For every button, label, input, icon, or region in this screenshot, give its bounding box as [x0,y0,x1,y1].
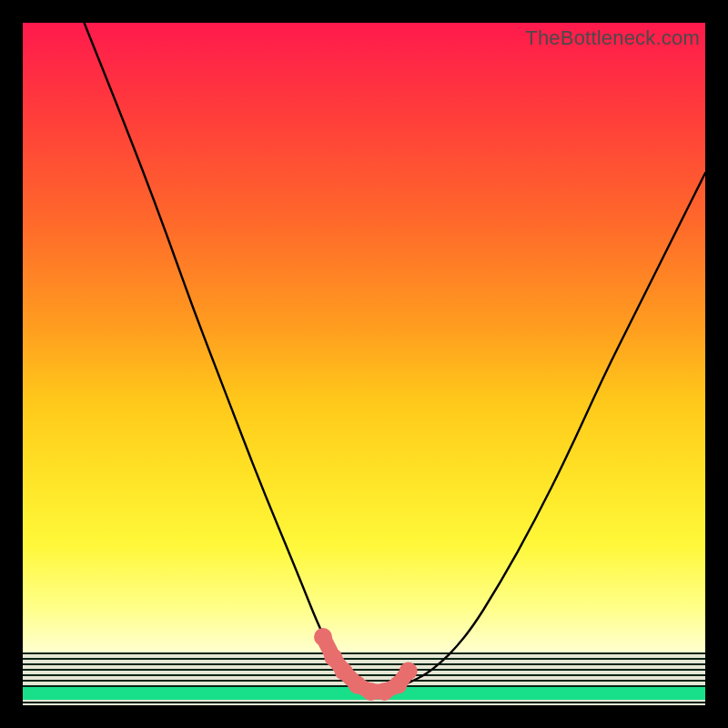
plot-area: TheBottleneck.com [23,23,705,705]
sweet-spot-dot [335,662,353,681]
bottleneck-curve [85,23,706,692]
sweet-spot-dot [399,662,418,681]
watermark-text: TheBottleneck.com [525,26,700,50]
chart-frame: TheBottleneck.com [0,0,728,728]
sweet-spot-dot [314,628,332,646]
sweet-spot-markers [314,628,418,701]
chart-svg [23,23,705,705]
